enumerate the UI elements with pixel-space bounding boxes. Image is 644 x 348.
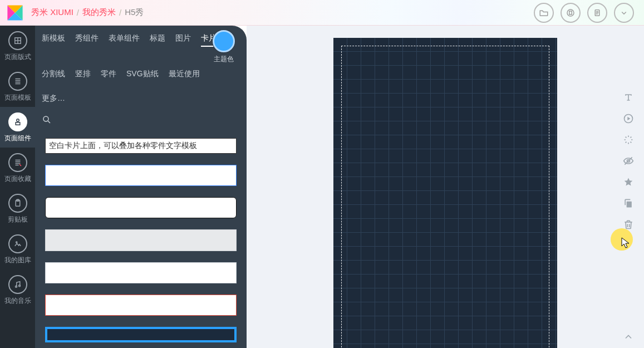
- rail-label: 页面版式: [4, 52, 31, 62]
- rail-label: 剪贴板: [8, 215, 28, 224]
- save-button[interactable]: [561, 3, 581, 23]
- theme-label: 主题色: [214, 55, 234, 64]
- header-actions: [534, 3, 634, 23]
- rail-clipboard[interactable]: 剪贴板: [0, 188, 35, 229]
- components-icon: [8, 112, 27, 131]
- svg-point-8: [16, 242, 17, 243]
- play-tool[interactable]: [622, 112, 635, 125]
- save-icon: [566, 8, 576, 18]
- svg-point-11: [43, 116, 48, 121]
- card-sample-rounded-black[interactable]: [45, 197, 237, 218]
- scroll-top-button[interactable]: [623, 331, 634, 342]
- rail-my-images[interactable]: 我的图库: [0, 229, 35, 269]
- tab-parts[interactable]: 零件: [101, 69, 116, 82]
- card-sample-red[interactable]: [45, 295, 237, 316]
- rail-label: 我的音乐: [4, 296, 31, 306]
- tab-xiu-components[interactable]: 秀组件: [75, 33, 99, 47]
- clipboard-icon: [8, 194, 27, 213]
- artboard-safe-zone: [341, 46, 549, 348]
- rail-label: 页面模板: [4, 93, 31, 102]
- svg-rect-14: [627, 202, 632, 208]
- theme-color-swatch[interactable]: [213, 30, 235, 52]
- breadcrumb: 秀米 XIUMI / 我的秀米 / H5秀: [31, 7, 144, 18]
- right-toolbar: [613, 26, 644, 348]
- folder-button[interactable]: [534, 3, 554, 23]
- rail-page-layout[interactable]: 页面版式: [0, 26, 35, 66]
- svg-rect-5: [16, 122, 20, 125]
- dropdown-button[interactable]: [614, 3, 634, 23]
- svg-point-4: [16, 119, 19, 122]
- chevron-down-icon: [619, 8, 629, 18]
- left-rail: 页面版式 页面模板 页面组件 页面收藏 剪贴板: [0, 26, 35, 348]
- doc-icon: [592, 8, 602, 18]
- doc-button[interactable]: [587, 3, 607, 23]
- rail-label: 我的图库: [4, 256, 31, 265]
- components-panel: 主题色 新模板 秀组件 表单组件 标题 图片 卡片框 分割线 竖排 零件 SVG…: [35, 26, 247, 348]
- visibility-tool[interactable]: [622, 155, 635, 167]
- search-icon[interactable]: [42, 117, 52, 126]
- favorites-icon: [8, 153, 27, 172]
- image-icon: [8, 234, 27, 253]
- tab-title[interactable]: 标题: [150, 33, 165, 47]
- rail-my-music[interactable]: 我的音乐: [0, 269, 35, 310]
- text-tool[interactable]: [622, 91, 635, 104]
- card-sample-desc[interactable]: 空白卡片上面，可以叠加各种零件文字模板: [45, 138, 237, 154]
- layout-icon: [8, 31, 27, 50]
- tab-divider[interactable]: 分割线: [42, 69, 65, 82]
- canvas-area[interactable]: [247, 26, 644, 348]
- tab-recent[interactable]: 最近使用: [169, 69, 200, 82]
- tab-svg-sticker[interactable]: SVG贴纸: [126, 69, 159, 82]
- breadcrumb-page: H5秀: [125, 7, 144, 18]
- app-header: 秀米 XIUMI / 我的秀米 / H5秀: [0, 0, 644, 26]
- breadcrumb-sep: /: [119, 8, 121, 17]
- effects-tool[interactable]: [622, 134, 635, 146]
- theme-color: 主题色: [210, 30, 238, 64]
- copy-tool[interactable]: [622, 197, 635, 209]
- tab-new-template[interactable]: 新模板: [42, 33, 65, 47]
- template-icon: [8, 72, 27, 91]
- breadcrumb-sep: /: [77, 8, 79, 17]
- svg-point-0: [567, 9, 574, 16]
- delete-tool[interactable]: [622, 218, 635, 231]
- card-sample-gray-fill[interactable]: [45, 229, 237, 251]
- artboard[interactable]: [333, 38, 557, 348]
- card-sample-selected[interactable]: [45, 327, 237, 342]
- app-logo: [6, 3, 24, 22]
- tab-form-components[interactable]: 表单组件: [109, 33, 140, 47]
- breadcrumb-mine[interactable]: 我的秀米: [82, 7, 116, 18]
- tab-image[interactable]: 图片: [175, 33, 191, 47]
- breadcrumb-brand[interactable]: 秀米 XIUMI: [31, 7, 73, 18]
- tab-vertical[interactable]: 竖排: [75, 69, 91, 82]
- rail-label: 页面组件: [4, 134, 31, 143]
- svg-rect-1: [569, 11, 572, 14]
- folder-icon: [539, 8, 549, 18]
- tab-more[interactable]: 更多…: [42, 94, 65, 107]
- rail-page-template[interactable]: 页面模板: [0, 66, 35, 107]
- rail-label: 页面收藏: [4, 174, 31, 184]
- rail-page-components[interactable]: 页面组件: [0, 107, 35, 148]
- music-icon: [8, 275, 27, 294]
- favorite-tool[interactable]: [622, 176, 635, 188]
- card-samples-list[interactable]: 空白卡片上面，可以叠加各种零件文字模板: [35, 133, 247, 348]
- rail-favorites[interactable]: 页面收藏: [0, 148, 35, 188]
- card-sample-thin-gray[interactable]: [45, 262, 237, 283]
- card-sample-blue[interactable]: [45, 165, 237, 186]
